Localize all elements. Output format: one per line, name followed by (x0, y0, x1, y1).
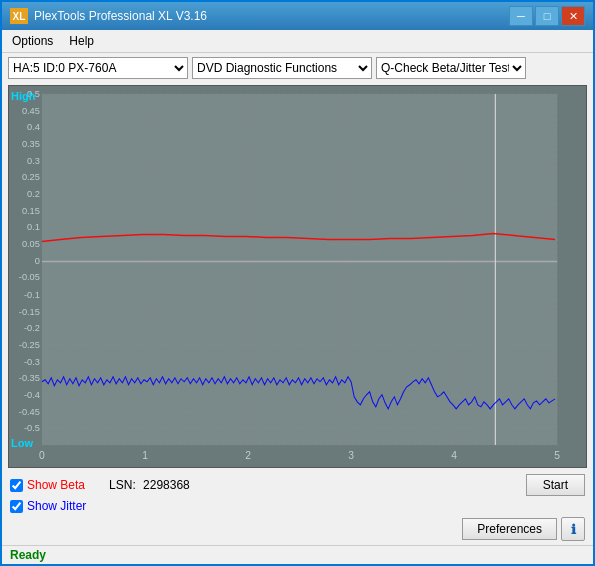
title-bar-left: XL PlexTools Professional XL V3.16 (10, 8, 207, 24)
bottom-actions: Preferences ℹ (2, 517, 593, 545)
svg-text:0.4: 0.4 (27, 122, 40, 132)
close-button[interactable]: ✕ (561, 6, 585, 26)
beta-checkbox-input[interactable] (10, 479, 23, 492)
window-title: PlexTools Professional XL V3.16 (34, 9, 207, 23)
minimize-button[interactable]: ─ (509, 6, 533, 26)
svg-text:-0.1: -0.1 (24, 290, 40, 300)
show-beta-label: Show Beta (27, 478, 85, 492)
svg-text:0: 0 (39, 450, 45, 461)
svg-text:0.05: 0.05 (22, 240, 40, 250)
menu-options[interactable]: Options (6, 32, 59, 50)
test-select[interactable]: Q-Check Beta/Jitter Test (376, 57, 526, 79)
lsn-value: 2298368 (143, 478, 190, 492)
svg-text:0.15: 0.15 (22, 206, 40, 216)
toolbar: HA:5 ID:0 PX-760A DVD Diagnostic Functio… (2, 53, 593, 83)
y-label-low: Low (11, 437, 33, 449)
lsn-label: LSN: 2298368 (109, 478, 190, 492)
svg-text:0.3: 0.3 (27, 156, 40, 166)
svg-text:0.35: 0.35 (22, 139, 40, 149)
menu-bar: Options Help (2, 30, 593, 53)
show-jitter-label: Show Jitter (27, 499, 86, 513)
jitter-checkbox-input[interactable] (10, 500, 23, 513)
svg-text:-0.5: -0.5 (24, 423, 40, 433)
window-controls: ─ □ ✕ (509, 6, 585, 26)
svg-text:0.45: 0.45 (22, 106, 40, 116)
bottom-controls: Show Beta LSN: 2298368 Start Show Jitter (2, 470, 593, 517)
svg-rect-1 (42, 94, 557, 445)
show-jitter-checkbox[interactable]: Show Jitter (10, 499, 86, 513)
svg-text:-0.05: -0.05 (19, 273, 40, 283)
svg-text:1: 1 (142, 450, 148, 461)
start-button[interactable]: Start (526, 474, 585, 496)
menu-help[interactable]: Help (63, 32, 100, 50)
maximize-button[interactable]: □ (535, 6, 559, 26)
svg-text:0: 0 (35, 257, 40, 267)
svg-text:3: 3 (348, 450, 354, 461)
svg-text:-0.3: -0.3 (24, 357, 40, 367)
svg-text:-0.4: -0.4 (24, 390, 40, 400)
svg-text:-0.15: -0.15 (19, 307, 40, 317)
bottom-row1: Show Beta LSN: 2298368 Start (10, 474, 585, 496)
status-text: Ready (10, 548, 46, 562)
svg-text:4: 4 (451, 450, 457, 461)
svg-text:0.25: 0.25 (22, 172, 40, 182)
svg-text:2: 2 (245, 450, 251, 461)
chart-area: High Low (8, 85, 587, 468)
app-logo: XL (10, 8, 28, 24)
bottom-row2: Show Jitter (10, 499, 585, 513)
chart-svg: 0.5 0.45 0.4 0.35 0.3 0.25 0.2 0.15 0.1 … (9, 86, 586, 467)
svg-text:-0.2: -0.2 (24, 323, 40, 333)
svg-text:5: 5 (554, 450, 560, 461)
y-label-high: High (11, 90, 35, 102)
function-select[interactable]: DVD Diagnostic Functions (192, 57, 372, 79)
main-window: XL PlexTools Professional XL V3.16 ─ □ ✕… (0, 0, 595, 566)
svg-text:0.2: 0.2 (27, 189, 40, 199)
status-bar: Ready (2, 545, 593, 564)
svg-text:-0.45: -0.45 (19, 407, 40, 417)
show-beta-checkbox[interactable]: Show Beta (10, 478, 85, 492)
preferences-button[interactable]: Preferences (462, 518, 557, 540)
title-bar: XL PlexTools Professional XL V3.16 ─ □ ✕ (2, 2, 593, 30)
svg-text:-0.25: -0.25 (19, 340, 40, 350)
info-button[interactable]: ℹ (561, 517, 585, 541)
svg-text:-0.35: -0.35 (19, 373, 40, 383)
drive-select[interactable]: HA:5 ID:0 PX-760A (8, 57, 188, 79)
svg-text:0.1: 0.1 (27, 222, 40, 232)
